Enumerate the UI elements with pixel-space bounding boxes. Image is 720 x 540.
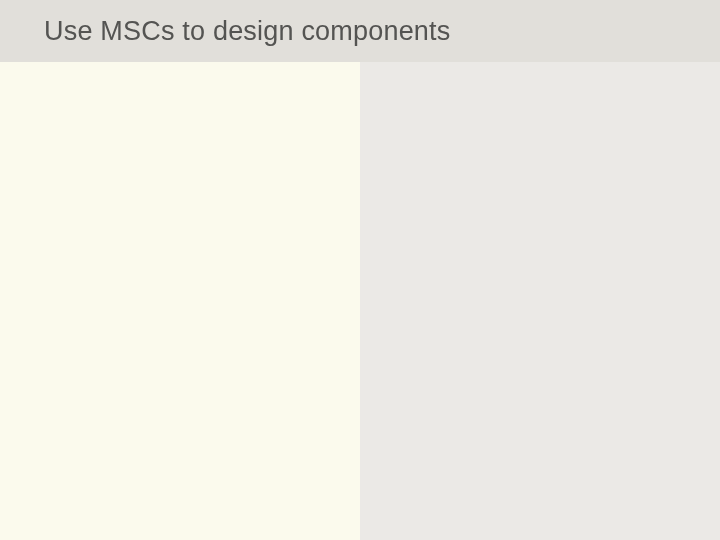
slide-title: Use MSCs to design components xyxy=(44,16,451,47)
title-bar: Use MSCs to design components xyxy=(0,0,720,62)
left-panel xyxy=(0,62,360,540)
right-panel xyxy=(360,62,720,540)
content-area xyxy=(0,62,720,540)
slide-container: Use MSCs to design components xyxy=(0,0,720,540)
